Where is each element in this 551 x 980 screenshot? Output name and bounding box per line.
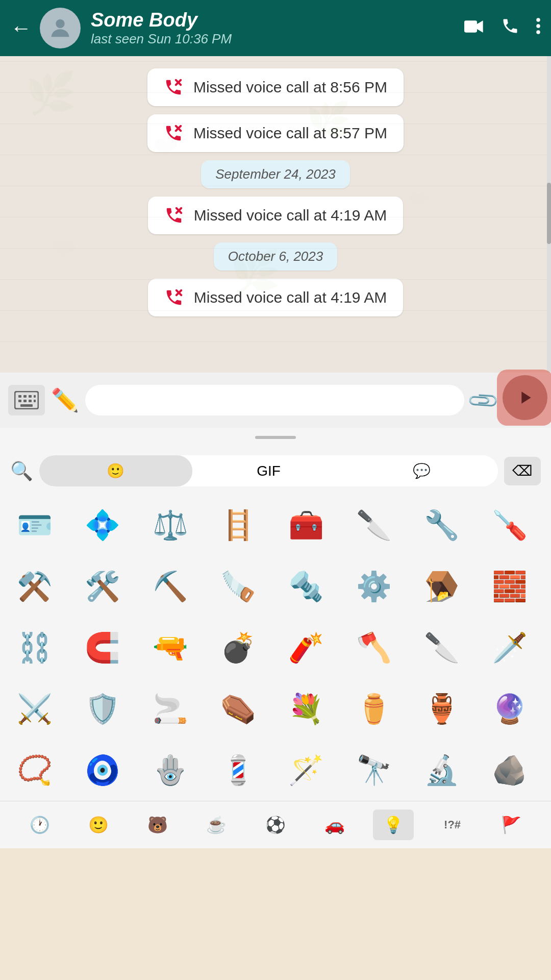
svg-rect-29 bbox=[20, 404, 33, 407]
emoji-item[interactable]: 💐 bbox=[276, 678, 337, 740]
missed-call-message: Missed voice call at 8:56 PM bbox=[147, 68, 404, 106]
emoji-item[interactable]: 🧿 bbox=[72, 740, 133, 801]
emoji-item[interactable]: 🪄 bbox=[276, 740, 337, 801]
emoji-item[interactable]: 🛠️ bbox=[72, 556, 133, 617]
edit-pencil-icon[interactable]: ✏️ bbox=[51, 387, 79, 413]
category-recent[interactable]: 🕐 bbox=[19, 810, 60, 840]
emoji-item[interactable]: 🔫 bbox=[140, 617, 201, 678]
emoji-item[interactable]: 🔭 bbox=[343, 740, 405, 801]
emoji-item[interactable]: 🧨 bbox=[276, 617, 337, 678]
emoji-item[interactable]: 🔧 bbox=[411, 495, 472, 556]
emoji-item[interactable]: ⚖️ bbox=[140, 495, 201, 556]
missed-call-text: Missed voice call at 8:57 PM bbox=[193, 125, 387, 142]
emoji-item[interactable]: 🪜 bbox=[208, 495, 269, 556]
send-button[interactable] bbox=[503, 375, 547, 420]
missed-call-message: Missed voice call at 4:19 AM bbox=[148, 279, 404, 316]
emoji-item[interactable]: 🪬 bbox=[140, 740, 201, 801]
missed-call-icon bbox=[164, 78, 183, 97]
emoji-item[interactable]: 📿 bbox=[4, 740, 65, 801]
category-symbols[interactable]: !?# bbox=[432, 810, 473, 840]
emoji-item[interactable]: 🪚 bbox=[208, 556, 269, 617]
category-travel[interactable]: 🚗 bbox=[314, 810, 355, 840]
attach-button[interactable]: 📎 bbox=[466, 383, 501, 418]
message-input[interactable] bbox=[85, 385, 464, 415]
avatar[interactable] bbox=[40, 8, 81, 48]
svg-point-3 bbox=[536, 24, 540, 28]
emoji-item[interactable]: 🪨 bbox=[479, 740, 540, 801]
svg-rect-27 bbox=[29, 400, 32, 402]
missed-call-message: Missed voice call at 8:57 PM bbox=[147, 114, 404, 152]
emoji-grid: 🪪 💠 ⚖️ 🪜 🧰 🔪 🔧 🪛 ⚒️ 🛠️ ⛏️ 🪚 🔩 ⚙️ 🪤 🧱 ⛓️ … bbox=[0, 495, 551, 801]
emoji-item[interactable]: 🚬 bbox=[140, 678, 201, 740]
emoji-item[interactable]: 💈 bbox=[208, 740, 269, 801]
keyboard-toggle-button[interactable] bbox=[8, 385, 45, 415]
emoji-item[interactable]: ⚔️ bbox=[4, 678, 65, 740]
emoji-item[interactable]: ⚰️ bbox=[208, 678, 269, 740]
svg-rect-28 bbox=[34, 400, 36, 402]
svg-text:❤: ❤ bbox=[51, 233, 77, 267]
voice-call-button[interactable] bbox=[501, 17, 519, 40]
category-objects[interactable]: 💡 bbox=[373, 810, 414, 840]
emoji-item[interactable]: ⚙️ bbox=[343, 556, 405, 617]
chat-header: ← Some Body last seen Sun 10:36 PM bbox=[0, 0, 551, 56]
emoji-item[interactable]: 🔪 bbox=[411, 617, 472, 678]
chat-messages-area: 🌿 ❤ 🌿 ❤ ❤ 🌿 ❤ Missed voice call at 8:56 … bbox=[0, 56, 551, 373]
scrollbar-thumb[interactable] bbox=[547, 183, 551, 244]
emoji-item[interactable]: 🧱 bbox=[479, 556, 540, 617]
emoji-item[interactable]: 🔪 bbox=[343, 495, 405, 556]
svg-rect-26 bbox=[23, 400, 27, 402]
more-options-button[interactable] bbox=[536, 17, 541, 40]
svg-rect-25 bbox=[18, 400, 21, 402]
tab-gif[interactable]: GIF bbox=[192, 455, 345, 486]
emoji-item[interactable]: 🛡️ bbox=[72, 678, 133, 740]
category-activities[interactable]: ⚽ bbox=[255, 810, 296, 840]
contact-status: last seen Sun 10:36 PM bbox=[91, 31, 464, 47]
scrollbar[interactable] bbox=[547, 56, 551, 373]
svg-point-0 bbox=[56, 19, 64, 28]
category-flags[interactable]: 🚩 bbox=[491, 810, 532, 840]
emoji-item[interactable]: ⚱️ bbox=[343, 678, 405, 740]
emoji-item[interactable]: 🔬 bbox=[411, 740, 472, 801]
emoji-tabs: 🙂 GIF 💬 bbox=[39, 455, 498, 486]
emoji-item[interactable]: 🪪 bbox=[4, 495, 65, 556]
missed-call-text: Missed voice call at 4:19 AM bbox=[194, 207, 387, 224]
missed-call-text: Missed voice call at 8:56 PM bbox=[193, 79, 387, 96]
svg-point-2 bbox=[536, 18, 540, 22]
emoji-item[interactable]: 🗡️ bbox=[479, 617, 540, 678]
svg-point-4 bbox=[536, 30, 540, 34]
emoji-item[interactable]: 🪓 bbox=[343, 617, 405, 678]
missed-call-text: Missed voice call at 4:19 AM bbox=[194, 289, 387, 306]
category-smileys[interactable]: 🙂 bbox=[78, 810, 119, 840]
emoji-item[interactable]: 🪤 bbox=[411, 556, 472, 617]
missed-call-icon bbox=[164, 124, 183, 143]
contact-name: Some Body bbox=[91, 9, 464, 31]
svg-rect-1 bbox=[464, 20, 477, 32]
emoji-item[interactable]: 💣 bbox=[208, 617, 269, 678]
emoji-item[interactable]: 🧲 bbox=[72, 617, 133, 678]
emoji-item[interactable]: 🏺 bbox=[411, 678, 472, 740]
category-animals[interactable]: 🐻 bbox=[137, 810, 178, 840]
emoji-item[interactable]: 🔩 bbox=[276, 556, 337, 617]
missed-call-message: Missed voice call at 4:19 AM bbox=[148, 197, 404, 234]
category-food[interactable]: ☕ bbox=[196, 810, 237, 840]
svg-rect-21 bbox=[18, 395, 21, 398]
back-button[interactable]: ← bbox=[10, 16, 32, 40]
emoji-item[interactable]: 🪛 bbox=[479, 495, 540, 556]
emoji-backspace-button[interactable]: ⌫ bbox=[504, 457, 541, 485]
contact-info[interactable]: Some Body last seen Sun 10:36 PM bbox=[91, 9, 464, 47]
emoji-item[interactable]: 🧰 bbox=[276, 495, 337, 556]
emoji-category-bar: 🕐 🙂 🐻 ☕ ⚽ 🚗 💡 !?# 🚩 bbox=[0, 801, 551, 848]
emoji-item[interactable]: ⛓️ bbox=[4, 617, 65, 678]
tab-emoji[interactable]: 🙂 bbox=[39, 455, 192, 486]
video-call-button[interactable] bbox=[464, 17, 485, 39]
date-divider: September 24, 2023 bbox=[201, 160, 350, 188]
date-divider: October 6, 2023 bbox=[214, 242, 337, 271]
emoji-search-button[interactable]: 🔍 bbox=[10, 460, 33, 482]
svg-text:❤: ❤ bbox=[408, 186, 430, 215]
emoji-item[interactable]: 💠 bbox=[72, 495, 133, 556]
missed-call-icon bbox=[164, 288, 184, 307]
emoji-item[interactable]: 🔮 bbox=[479, 678, 540, 740]
tab-sticker[interactable]: 💬 bbox=[345, 455, 498, 486]
emoji-item[interactable]: ⚒️ bbox=[4, 556, 65, 617]
emoji-item[interactable]: ⛏️ bbox=[140, 556, 201, 617]
